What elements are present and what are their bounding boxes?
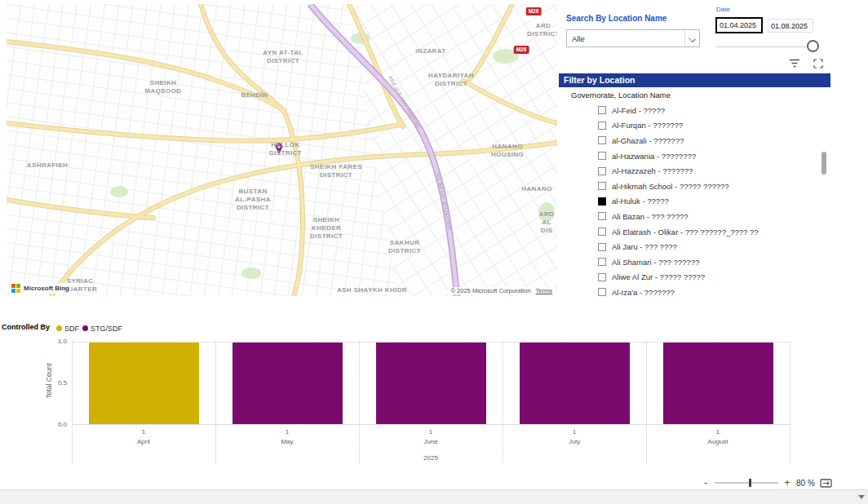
filter-funnel-icon[interactable] (789, 57, 800, 72)
legend-label: SDF (64, 325, 79, 333)
y-axis: 1.00.50.0 (47, 338, 67, 429)
bar-june[interactable] (376, 343, 486, 424)
filter-panel-title: Filter by Location (559, 73, 830, 87)
filter-item-label: Al-Furqan - ??????? (612, 121, 683, 130)
filter-item[interactable]: Al-Hazzazeh - ??????? (559, 163, 820, 179)
map-district-label: AYN AT-TAL DISTRICT (263, 49, 303, 65)
filter-column-header: Governorate, Location Name (571, 91, 671, 99)
status-bar (0, 489, 868, 504)
zoom-slider-track[interactable] (715, 482, 778, 484)
bar-group (72, 343, 215, 424)
checkbox[interactable] (598, 182, 606, 190)
checkbox[interactable] (598, 167, 606, 175)
x-tick-label: 1 (215, 428, 359, 435)
bar-group (503, 343, 646, 424)
map-district-label: SHEIKH FARES DISTRICT (310, 163, 362, 179)
zoom-slider-handle[interactable] (749, 479, 751, 487)
bar-july[interactable] (520, 343, 630, 424)
map[interactable]: SHEIKH MAQSOODAYN AT-TAL DISTRICTINZARAT… (7, 4, 557, 296)
filter-item-label: Ali Elatrash - Olikar - ??? ??????_???? … (612, 228, 759, 237)
focus-mode-icon[interactable] (813, 57, 823, 72)
map-district-label: HAYDARIYAH DISTRICT (428, 72, 474, 88)
y-axis-tick: 0.0 (47, 421, 67, 429)
checkbox[interactable] (598, 197, 606, 206)
bing-logo-label: Microsoft Bing (24, 285, 69, 292)
filter-item-label: Ali Bazan - ??? ????? (612, 212, 688, 221)
x-axis-label-group: 1May (215, 428, 359, 445)
filter-item[interactable]: Al-Furqan - ??????? (559, 118, 820, 134)
checkbox[interactable] (598, 212, 606, 220)
filter-item[interactable]: Aliwe Al Zur - ????? ????? (559, 270, 820, 285)
chevron-down-icon[interactable] (684, 30, 699, 46)
bar-april[interactable] (89, 343, 199, 424)
date-end-input[interactable] (768, 19, 813, 33)
map-district-label: HANANO (521, 185, 552, 193)
zoom-out-button[interactable]: - (702, 478, 710, 488)
date-slider-track[interactable] (715, 46, 807, 47)
filter-item[interactable]: Al-Iza'a - ??????? (559, 285, 820, 298)
location-dropdown-value: Alle (567, 34, 684, 43)
chart-legend: Controlled By SDFSTG/SDF (2, 320, 126, 334)
date-start-input[interactable] (715, 17, 763, 33)
date-slicer-title: Date (716, 6, 730, 13)
zoom-in-button[interactable]: + (783, 478, 791, 488)
filter-item-label: Ali Jaru - ??? ???? (612, 242, 677, 251)
scroll-down-arrow[interactable] (858, 495, 865, 499)
filter-item[interactable]: Ali Jaru - ??? ???? (559, 239, 820, 254)
bar-group (646, 343, 790, 424)
filter-item[interactable]: Al-Feid - ????? (559, 103, 820, 118)
checkbox[interactable] (598, 288, 606, 296)
legend-item[interactable]: STG/SDF (82, 325, 122, 333)
bing-logo: Microsoft Bing (10, 283, 71, 294)
x-axis-label-group: 1June (359, 428, 503, 445)
fit-to-page-icon[interactable] (820, 479, 832, 488)
legend-item[interactable]: SDF (56, 325, 79, 333)
x-tick-label: 1 (359, 428, 503, 435)
filter-item-label: Ali Shamari - ??? ?????? (612, 258, 699, 267)
map-district-label: SHEIKH MAQSOOD (144, 79, 181, 95)
report-canvas: SHEIKH MAQSOODAYN AT-TAL DISTRICTINZARAT… (0, 0, 868, 504)
checkbox[interactable] (598, 106, 606, 114)
x-axis-label-group: 1August (646, 428, 790, 445)
filter-item-label: al-Hikmah School - ????? ?????? (612, 182, 729, 191)
terms-link[interactable]: Terms (536, 287, 552, 294)
date-slider-handle[interactable] (807, 40, 819, 52)
checkbox[interactable] (598, 243, 606, 251)
x-axis: 1April1May1June1July1August (72, 428, 790, 445)
grid-separator (790, 342, 790, 464)
map-district-label: ASHRAFIEH (27, 161, 68, 170)
checkbox[interactable] (598, 136, 606, 144)
map-district-label: HELLOK DISTRICT (269, 141, 302, 157)
filter-item-label: Al-Hazzazeh - ??????? (612, 166, 693, 175)
map-district-label: INZARAT (415, 47, 445, 55)
location-dropdown[interactable]: Alle (566, 29, 700, 47)
filter-item[interactable]: Ali Elatrash - Olikar - ??? ??????_???? … (559, 224, 820, 240)
filter-item[interactable]: al-Ghazali - ??????? (559, 133, 820, 148)
bar-august[interactable] (663, 343, 773, 424)
checkbox[interactable] (598, 258, 606, 266)
x-tick-label: 1 (503, 428, 646, 435)
filter-item[interactable]: al-Hazwania - ???????? (559, 148, 820, 164)
x-axis-label-group: 1April (72, 428, 215, 445)
filter-scrollbar[interactable] (822, 152, 826, 175)
filter-item[interactable]: Ali Bazan - ??? ????? (559, 209, 820, 224)
checkbox[interactable] (598, 228, 606, 236)
filter-item-label: al-Huluk - ????? (612, 197, 669, 206)
microsoft-logo-icon (11, 284, 20, 293)
filter-item[interactable]: al-Huluk - ????? (559, 194, 820, 210)
checkbox[interactable] (598, 122, 606, 130)
map-road-label: Abd al-Kader Algerian (386, 75, 422, 130)
checkbox[interactable] (598, 152, 606, 160)
filter-list: Al-Feid - ?????Al-Furqan - ???????al-Gha… (559, 103, 820, 298)
filter-item-label: al-Hazwania - ???????? (612, 152, 696, 161)
x-month-label: May (215, 438, 359, 445)
map-district-label: ASH SHAYKH KHIDR (337, 286, 407, 294)
bar-group (359, 343, 503, 424)
filter-item[interactable]: al-Hikmah School - ????? ?????? (559, 179, 820, 194)
x-month-label: August (646, 438, 790, 445)
checkbox[interactable] (598, 273, 606, 281)
bar-may[interactable] (232, 343, 343, 424)
map-attribution: © 2025 Microsoft CorporationTerms (449, 287, 556, 294)
filter-item[interactable]: Ali Shamari - ??? ?????? (559, 254, 820, 270)
map-district-label: ARD AL DIS (539, 210, 555, 235)
